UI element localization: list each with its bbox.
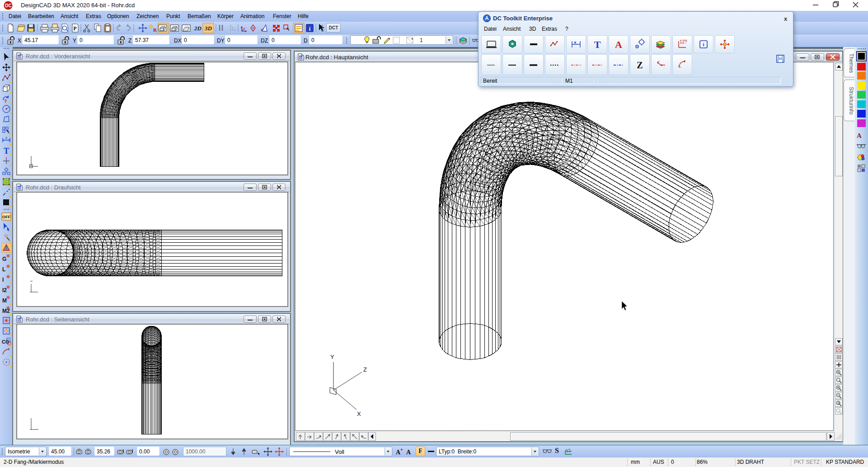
svg-text:?: ? bbox=[4, 99, 7, 104]
svg-text:1: 1 bbox=[420, 37, 423, 43]
svg-text:T: T bbox=[4, 146, 9, 156]
svg-text:D: D bbox=[18, 55, 21, 59]
svg-text:I: I bbox=[2, 277, 4, 283]
svg-text:A: A bbox=[615, 39, 622, 50]
svg-text:OFF: OFF bbox=[2, 215, 10, 219]
svg-text:L: L bbox=[2, 266, 5, 273]
svg-text:12?: 12? bbox=[680, 39, 687, 44]
svg-text:i: i bbox=[309, 25, 311, 32]
svg-text:G: G bbox=[2, 256, 6, 262]
svg-text:DC: DC bbox=[5, 3, 11, 8]
svg-text:T: T bbox=[594, 39, 601, 50]
svg-text:2D: 2D bbox=[194, 25, 202, 32]
svg-text:+: + bbox=[400, 447, 403, 452]
svg-text:3D: 3D bbox=[204, 25, 212, 32]
svg-text:X: X bbox=[357, 410, 361, 417]
svg-text:A: A bbox=[406, 449, 411, 456]
svg-text:*: * bbox=[411, 37, 413, 42]
svg-text:R: R bbox=[153, 27, 157, 33]
svg-text:Z: Z bbox=[363, 366, 367, 373]
svg-text:D: D bbox=[300, 56, 302, 60]
svg-text:Y: Y bbox=[330, 354, 334, 360]
svg-text:I2: I2 bbox=[2, 287, 7, 293]
svg-text:D: D bbox=[18, 318, 21, 322]
svg-text:i: i bbox=[703, 42, 704, 47]
svg-text:P: P bbox=[73, 25, 76, 32]
svg-text:M: M bbox=[2, 297, 7, 304]
svg-text:D: D bbox=[18, 186, 21, 190]
svg-text:Z: Z bbox=[637, 60, 643, 70]
